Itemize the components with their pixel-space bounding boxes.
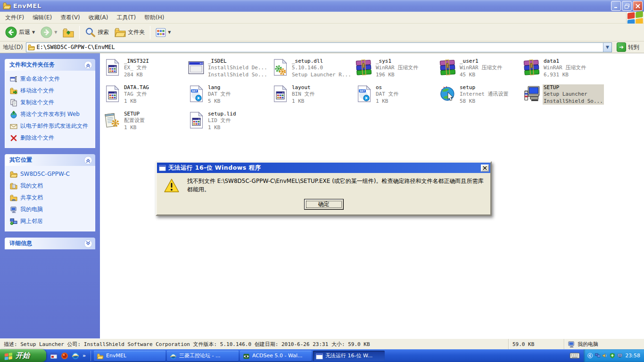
dialog-titlebar[interactable]: 无法运行 16-位 Windows 程序	[157, 163, 490, 173]
file-size: 1 KB	[124, 124, 145, 131]
up-button[interactable]	[60, 26, 76, 39]
file-tile[interactable]: _ISDELInstallShield De...InstallShield S…	[187, 57, 271, 83]
sidebar-panel-header-details[interactable]: 详细信息	[5, 238, 95, 249]
menu-item[interactable]: 编辑(E)	[28, 12, 56, 24]
sidebar-panel-header-places[interactable]: 其它位置	[5, 154, 95, 166]
menu-item[interactable]: 帮助(H)	[140, 12, 168, 24]
chevron-up-icon[interactable]	[84, 156, 92, 165]
file-tile[interactable]: DATosDAT 文件1 KB	[355, 83, 438, 110]
shield-tray-icon[interactable]	[610, 352, 615, 359]
back-dropdown-icon[interactable]: ▼	[32, 30, 35, 34]
sidebar-item-label: SW8D5C-GPPW-C	[20, 171, 70, 178]
file-tile-text: _sys1WinRAR 压缩文件196 KB	[375, 58, 419, 78]
start-button[interactable]: 开始	[0, 349, 46, 362]
views-dropdown-icon[interactable]: ▼	[168, 30, 171, 34]
file-name: layout	[292, 84, 315, 91]
taskbar-button[interactable]: 无法运行 16-位 W...	[313, 351, 385, 361]
sidebar-item[interactable]: 共享文档	[10, 194, 92, 202]
taskbar-button[interactable]: ACDSee 5.0 - Wal...	[240, 351, 312, 361]
sidebar-item[interactable]: 以电子邮件形式发送此文件	[10, 123, 92, 130]
file-tile-text: langDAT 文件5 KB	[207, 84, 232, 105]
minimize-button[interactable]	[611, 1, 621, 11]
sidebar-panel-body: SW8D5C-GPPW-C我的文档共享文档我的电脑网上邻居	[5, 166, 95, 231]
toolbar: 后退 ▼ ▼ 搜索 文件夹 ▼	[0, 24, 644, 41]
back-button[interactable]: 后退 ▼	[3, 25, 37, 39]
file-tile[interactable]: setup.lidLID 文件1 KB	[187, 110, 271, 136]
display-tray-icon[interactable]	[617, 352, 623, 359]
quick-launch-media-icon[interactable]	[61, 352, 68, 360]
address-input[interactable]: E:\SW8D5C-GPPW-C\EnvMEL ▼	[26, 42, 612, 52]
file-tile[interactable]: layoutBIN 文件1 KB	[271, 83, 355, 110]
file-tile[interactable]: _user1WinRAR 压缩文件45 KB	[438, 57, 522, 83]
forward-dropdown-icon[interactable]: ▼	[54, 30, 57, 34]
menu-item[interactable]: 查看(V)	[56, 12, 84, 24]
tray-collapse-icon[interactable]	[587, 352, 593, 359]
sidebar-item[interactable]: SW8D5C-GPPW-C	[10, 171, 92, 178]
file-tile[interactable]: SETUPSetup LauncherInstallShield So...	[522, 83, 606, 110]
menu-item[interactable]: 工具(T)	[112, 12, 140, 24]
file-tile-text: _user1WinRAR 压缩文件45 KB	[459, 58, 503, 78]
ok-button[interactable]: 确定	[304, 199, 344, 210]
sidebar-item[interactable]: 删除这个文件	[10, 134, 92, 142]
sidebar-item[interactable]: 我的文档	[10, 182, 92, 190]
network-tray-icon[interactable]	[595, 352, 601, 359]
search-button[interactable]: 搜索	[83, 26, 111, 39]
file-name: data1	[544, 58, 586, 65]
menu-item[interactable]: 收藏(A)	[84, 12, 113, 24]
sidebar: 文件和文件夹任务重命名这个文件移动这个文件复制这个文件将这个文件发布到 Web以…	[0, 53, 100, 338]
sidebar-item[interactable]: 复制这个文件	[10, 99, 92, 107]
sidebar-panel-header-tasks[interactable]: 文件和文件夹任务	[5, 59, 95, 71]
file-icon-dat: DAT	[355, 84, 372, 103]
file-icon-rar	[355, 58, 372, 77]
web-icon	[10, 111, 17, 118]
file-type: 5.10.146.0	[292, 65, 351, 71]
taskbar-button-label: EnvMEL	[106, 353, 126, 359]
sidebar-item[interactable]: 重命名这个文件	[10, 75, 92, 83]
sidebar-item[interactable]: 我的电脑	[10, 206, 92, 214]
menu-item[interactable]: 文件(F)	[1, 12, 28, 24]
file-tile[interactable]: SETUP配置设置1 KB	[103, 110, 187, 136]
file-tile-text: _INST32IEX_ 文件284 KB	[123, 58, 150, 78]
quick-launch-overflow-icon[interactable]: »	[83, 353, 86, 359]
file-tile-text: setup.lidLID 文件1 KB	[207, 111, 237, 131]
file-size: 5 KB	[208, 98, 231, 105]
explorer-titlebar[interactable]: EnvMEL	[0, 0, 644, 12]
file-icon-sysfile	[104, 58, 121, 77]
chevron-up-icon[interactable]	[84, 61, 92, 69]
toolbar-separator	[150, 26, 150, 39]
views-button[interactable]: ▼	[153, 27, 173, 38]
go-button[interactable]: ➜ 转到	[615, 42, 642, 52]
taskbar-button[interactable]: EnvMEL	[94, 351, 165, 361]
file-tile[interactable]: _INST32IEX_ 文件284 KB	[103, 57, 187, 83]
forward-button[interactable]: ▼	[38, 25, 59, 39]
quick-launch-ie-icon[interactable]	[72, 352, 79, 360]
quick-launch-app-icon[interactable]	[50, 352, 58, 360]
file-tile[interactable]: _sys1WinRAR 压缩文件196 KB	[355, 57, 438, 83]
address-dropdown-icon[interactable]: ▼	[603, 43, 611, 52]
back-label: 后退	[19, 28, 30, 36]
file-tile[interactable]: _setup.dll5.10.146.0Setup Launcher R...	[271, 57, 355, 83]
sidebar-item[interactable]: 将这个文件发布到 Web	[10, 111, 92, 118]
desktop: EnvMEL 文件(F)编辑(E)查看(V)收藏(A)工具(T)帮助(H) 后退…	[0, 0, 644, 362]
language-bar[interactable]	[566, 352, 584, 359]
sidebar-item-label: 移动这个文件	[20, 87, 54, 94]
sidebar-item-label: 我的电脑	[20, 206, 43, 213]
folder-icon	[10, 171, 17, 178]
file-tile[interactable]: DATA.TAGTAG 文件1 KB	[103, 83, 187, 110]
file-tile[interactable]: DATlangDAT 文件5 KB	[187, 83, 271, 110]
file-tile-text: DATA.TAGTAG 文件1 KB	[123, 84, 150, 105]
taskbar-button[interactable]: 三菱工控论坛 - ...	[167, 351, 239, 361]
file-size: 284 KB	[124, 72, 149, 78]
file-icon-dll	[272, 58, 289, 77]
file-size: Setup Launcher R...	[292, 72, 351, 78]
file-tile-text: SETUP配置设置1 KB	[123, 111, 146, 131]
volume-tray-icon[interactable]	[602, 352, 608, 359]
file-tile[interactable]: setupInternet 通讯设置58 KB	[438, 83, 522, 110]
menu-bar: 文件(F)编辑(E)查看(V)收藏(A)工具(T)帮助(H)	[0, 12, 644, 24]
file-tile[interactable]: data1WinRAR 压缩文件6,931 KB	[522, 57, 606, 83]
folders-button[interactable]: 文件夹	[112, 26, 147, 39]
dialog-close-button[interactable]	[481, 165, 489, 172]
chevron-down-icon[interactable]	[84, 239, 92, 248]
sidebar-item[interactable]: 移动这个文件	[10, 87, 92, 95]
sidebar-item[interactable]: 网上邻居	[10, 218, 92, 225]
